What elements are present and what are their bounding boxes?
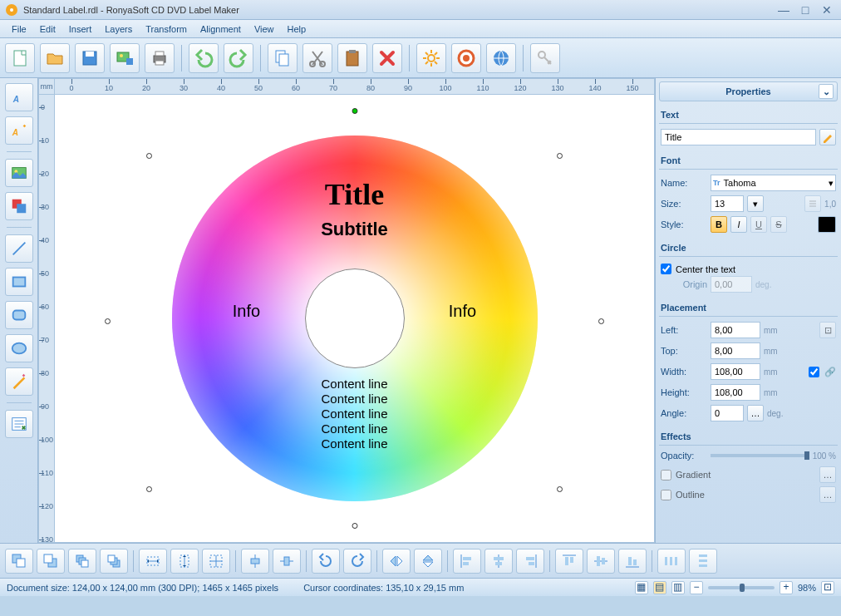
outline-more-button[interactable]: … — [819, 486, 836, 503]
angle-more-button[interactable]: … — [747, 405, 764, 421]
text-input[interactable] — [661, 129, 816, 145]
bring-forward-button[interactable] — [68, 549, 96, 574]
rotate-left-button[interactable] — [312, 549, 340, 574]
key-button[interactable] — [530, 43, 560, 73]
canvas[interactable]: Title Subtitle Info Info Content lineCon… — [55, 95, 655, 543]
underline-button[interactable]: U — [750, 216, 767, 233]
grid-toggle[interactable]: ▦ — [635, 581, 648, 594]
text-tool[interactable]: A — [5, 83, 33, 111]
image-tool[interactable] — [5, 159, 33, 187]
disc-info-right[interactable]: Info — [421, 302, 504, 321]
rectangle-tool[interactable] — [5, 268, 33, 296]
selection-handle[interactable] — [105, 318, 111, 324]
copy-button[interactable] — [268, 43, 298, 73]
save-image-button[interactable] — [110, 43, 140, 73]
italic-button[interactable]: I — [730, 216, 747, 233]
web-button[interactable] — [486, 43, 516, 73]
align-left-button[interactable] — [453, 549, 481, 574]
undo-button[interactable] — [189, 43, 219, 73]
collapse-icon[interactable]: ⌄ — [819, 84, 834, 99]
height-input[interactable] — [711, 384, 760, 401]
opacity-slider[interactable] — [711, 454, 809, 457]
distribute-v-button[interactable] — [689, 549, 717, 574]
rotate-right-button[interactable] — [343, 549, 371, 574]
menu-file[interactable]: File — [5, 22, 33, 37]
open-button[interactable] — [40, 43, 70, 73]
width-input[interactable] — [711, 363, 760, 380]
menu-insert[interactable]: Insert — [62, 22, 99, 37]
aspect-lock-checkbox[interactable] — [809, 367, 819, 377]
close-button[interactable]: ✕ — [818, 3, 836, 17]
menu-help[interactable]: Help — [281, 22, 313, 37]
align-center-v-button[interactable] — [587, 549, 615, 574]
center-text-checkbox[interactable] — [661, 264, 671, 274]
zoom-slider[interactable] — [708, 586, 775, 589]
align-bottom-button[interactable] — [618, 549, 647, 574]
strikethrough-button[interactable]: S — [770, 216, 787, 233]
font-size-input[interactable] — [711, 195, 744, 212]
gradient-more-button[interactable]: … — [819, 466, 836, 483]
fit-both-button[interactable] — [202, 549, 230, 574]
align-center-h-button[interactable] — [484, 549, 513, 574]
disc-content[interactable]: Content lineContent lineContent lineCont… — [172, 377, 538, 451]
selection-handle[interactable] — [352, 523, 357, 529]
selection-handle[interactable] — [352, 108, 357, 114]
align-right-button[interactable] — [516, 549, 544, 574]
disc-label[interactable]: Title Subtitle Info Info Content lineCon… — [172, 136, 538, 501]
ellipse-tool[interactable] — [5, 334, 33, 362]
position-lock-button[interactable]: ⊡ — [819, 322, 836, 338]
gradient-checkbox[interactable] — [661, 470, 671, 480]
snap-toggle[interactable]: ▤ — [653, 581, 666, 594]
align-top-button[interactable] — [555, 549, 583, 574]
minimize-button[interactable]: — — [775, 3, 793, 17]
selection-handle[interactable] — [146, 153, 152, 159]
line-tool[interactable] — [5, 234, 33, 263]
outline-checkbox[interactable] — [661, 490, 671, 500]
cut-button[interactable] — [302, 43, 332, 73]
fit-height-button[interactable] — [170, 549, 199, 574]
bring-front-button[interactable] — [5, 549, 33, 574]
bold-button[interactable]: B — [711, 216, 727, 233]
round-rect-tool[interactable] — [5, 301, 33, 329]
menu-layers[interactable]: Layers — [98, 22, 139, 37]
paste-button[interactable] — [337, 43, 367, 73]
line-spacing-button[interactable] — [804, 195, 821, 212]
font-size-dropdown[interactable]: ▾ — [747, 195, 764, 212]
chevron-down-icon[interactable]: ▾ — [829, 178, 834, 189]
send-backward-button[interactable] — [100, 549, 128, 574]
freehand-tool[interactable] — [5, 367, 33, 396]
selection-handle[interactable] — [557, 486, 563, 492]
angle-input[interactable] — [711, 405, 744, 421]
save-button[interactable] — [75, 43, 105, 73]
menu-transform[interactable]: Transform — [139, 22, 194, 37]
settings-button[interactable] — [416, 43, 446, 73]
menu-view[interactable]: View — [248, 22, 281, 37]
menu-edit[interactable]: Edit — [33, 22, 62, 37]
zoom-in-button[interactable]: + — [780, 581, 793, 594]
new-button[interactable] — [5, 43, 35, 73]
center-v-button[interactable] — [273, 549, 301, 574]
disc-info-left[interactable]: Info — [205, 302, 288, 321]
print-button[interactable] — [145, 43, 175, 73]
help-button[interactable] — [451, 43, 481, 73]
menu-alignment[interactable]: Alignment — [194, 22, 248, 37]
tracklist-tool[interactable] — [5, 410, 33, 438]
disc-title[interactable]: Title — [172, 177, 538, 212]
clipart-tool[interactable] — [5, 192, 33, 220]
selection-handle[interactable] — [557, 153, 563, 159]
distribute-h-button[interactable] — [657, 549, 686, 574]
selection-handle[interactable] — [598, 318, 604, 324]
font-name-select[interactable]: Tahoma — [721, 178, 829, 188]
send-back-button[interactable] — [37, 549, 65, 574]
top-input[interactable] — [711, 342, 760, 359]
fit-width-button[interactable] — [139, 549, 167, 574]
font-color-button[interactable] — [818, 216, 836, 233]
left-input[interactable] — [711, 322, 760, 338]
zoom-fit-button[interactable]: ⊡ — [821, 581, 834, 594]
selection-handle[interactable] — [146, 486, 152, 492]
flip-v-button[interactable] — [414, 549, 442, 574]
guides-toggle[interactable]: ▥ — [671, 581, 685, 594]
zoom-out-button[interactable]: − — [690, 581, 703, 594]
delete-button[interactable] — [372, 43, 402, 73]
flip-h-button[interactable] — [382, 549, 411, 574]
